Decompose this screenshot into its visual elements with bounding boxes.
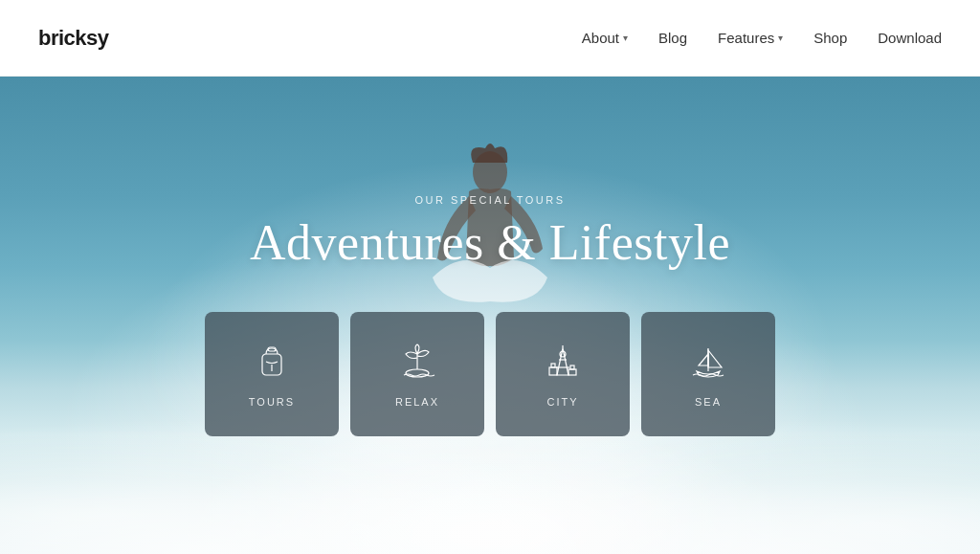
logo[interactable]: bricksy [38, 26, 109, 51]
tour-cards: TOURS RELAX [205, 312, 775, 436]
svg-rect-8 [568, 369, 576, 375]
nav-label-about: About [582, 30, 619, 46]
island-icon [396, 341, 438, 383]
tour-label-relax: RELAX [395, 396, 439, 408]
tour-label-tours: TOURS [249, 396, 295, 408]
nav-item-shop[interactable]: Shop [813, 30, 847, 46]
svg-rect-7 [549, 367, 557, 375]
hero-section: OUR SPECIAL TOURS Adventures & Lifestyle… [0, 77, 980, 554]
hero-title: Adventures & Lifestyle [250, 215, 730, 270]
tour-label-city: CITY [546, 396, 578, 408]
tower-icon [542, 341, 584, 383]
hero-subtitle: OUR SPECIAL TOURS [250, 194, 730, 206]
nav-label-features: Features [718, 30, 774, 46]
nav-item-blog[interactable]: Blog [658, 30, 687, 46]
nav-label-blog: Blog [658, 30, 687, 46]
tour-card-sea[interactable]: SEA [641, 312, 775, 436]
nav-label-download: Download [878, 30, 942, 46]
nav: About ▾ Blog Features ▾ Shop Download [582, 30, 942, 46]
nav-label-shop: Shop [813, 30, 847, 46]
svg-point-11 [560, 351, 566, 357]
header: bricksy About ▾ Blog Features ▾ Shop Dow… [0, 0, 980, 77]
chevron-down-icon-2: ▾ [778, 33, 783, 43]
nav-item-about[interactable]: About ▾ [582, 30, 628, 46]
nav-item-download[interactable]: Download [878, 30, 942, 46]
tour-label-sea: SEA [695, 396, 722, 408]
svg-rect-9 [551, 364, 555, 367]
chevron-down-icon: ▾ [623, 33, 628, 43]
svg-rect-10 [570, 366, 574, 369]
tour-card-city[interactable]: CITY [496, 312, 630, 436]
nav-item-features[interactable]: Features ▾ [718, 30, 783, 46]
tour-card-relax[interactable]: RELAX [350, 312, 484, 436]
tour-card-tours[interactable]: TOURS [205, 312, 339, 436]
hero-content: OUR SPECIAL TOURS Adventures & Lifestyle [250, 194, 730, 270]
sailboat-icon [687, 341, 729, 383]
backpack-icon [251, 341, 293, 383]
